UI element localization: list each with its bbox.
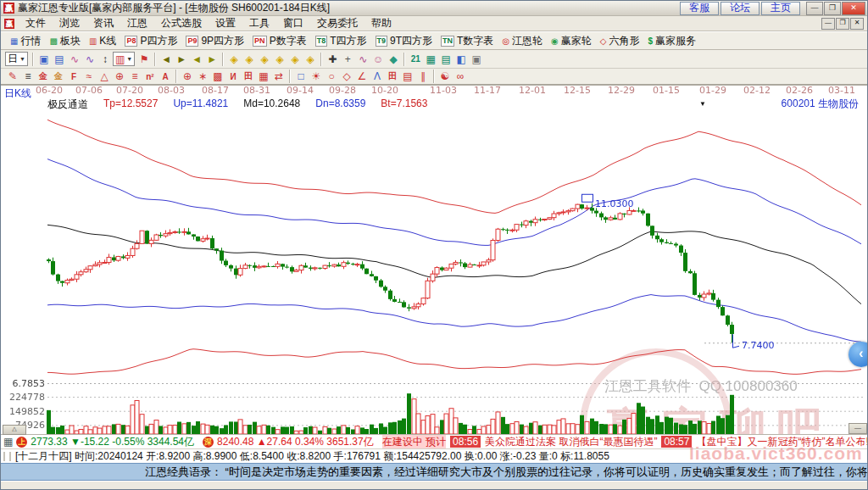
menu-item-工具[interactable]: 工具 bbox=[242, 16, 276, 31]
circle-tool-icon[interactable]: ○ bbox=[324, 70, 339, 83]
menu-item-设置[interactable]: 设置 bbox=[209, 16, 242, 31]
trade-cart-icon[interactable]: ▣ bbox=[469, 53, 484, 66]
home-button[interactable]: 主页 bbox=[761, 2, 800, 15]
menu-item-文件[interactable]: 文件 bbox=[19, 16, 53, 31]
minimize-button[interactable]: — bbox=[806, 2, 823, 15]
close-button[interactable]: ✕ bbox=[842, 2, 865, 15]
swap-axis-icon[interactable]: ⇄ bbox=[271, 70, 287, 83]
mdi-close-button[interactable]: ✕ bbox=[850, 18, 864, 30]
first-page-icon[interactable]: ◄ bbox=[159, 53, 174, 66]
menu-item-帮助[interactable]: 帮助 bbox=[364, 16, 398, 31]
toolbar-separator bbox=[175, 70, 177, 83]
infinity-icon[interactable]: ∞ bbox=[453, 70, 468, 83]
fit-height-icon[interactable]: ◈ bbox=[303, 53, 318, 66]
calendar-icon[interactable]: 21 bbox=[408, 53, 423, 66]
mark-icon[interactable]: ☺ bbox=[370, 53, 386, 66]
gann-line-icon[interactable]: ≡ bbox=[20, 70, 36, 83]
yinyang-icon[interactable]: ☯ bbox=[437, 70, 453, 83]
fib-icon[interactable]: F bbox=[66, 70, 81, 83]
maximize-button[interactable]: ❐ bbox=[824, 2, 841, 15]
support-button[interactable]: 客服 bbox=[680, 2, 719, 15]
rect-tool-icon[interactable]: □ bbox=[293, 70, 309, 83]
memo-icon[interactable]: ▤ bbox=[438, 53, 453, 66]
toolbar-button-9T四方形[interactable]: T99T四方形 bbox=[371, 32, 437, 49]
toolbar-button-T数字表[interactable]: TNT数字表 bbox=[437, 32, 498, 49]
menu-item-江恩[interactable]: 江恩 bbox=[120, 16, 154, 31]
zigzag-icon[interactable]: Λ bbox=[370, 70, 385, 83]
toolbar-button-9P四方形[interactable]: P99P四方形 bbox=[181, 32, 248, 49]
kline-chart-canvas[interactable] bbox=[1, 86, 868, 435]
collapse-panel-button[interactable]: ‹ bbox=[849, 342, 868, 367]
text-tool-icon[interactable]: A bbox=[158, 70, 173, 83]
forum-button[interactable]: 论坛 bbox=[721, 2, 760, 15]
wave-icon[interactable]: ≈ bbox=[81, 70, 97, 83]
golden-ratio-icon[interactable]: 金 bbox=[36, 70, 51, 83]
curve-icon[interactable]: ∿ bbox=[67, 53, 82, 66]
menu-item-窗口[interactable]: 窗口 bbox=[276, 16, 310, 31]
star-rays-icon[interactable]: ∗ bbox=[195, 70, 210, 83]
target-icon[interactable]: ⊕ bbox=[180, 70, 195, 83]
prev-bar-icon[interactable]: ◄ bbox=[189, 53, 204, 66]
pencil-icon[interactable]: ✎ bbox=[5, 70, 20, 83]
zoom-in-icon[interactable]: ◈ bbox=[226, 53, 242, 66]
news-ticker[interactable]: 在建设中 预计08:56美众院通过法案 取消俄白“最惠国待遇”08:57【盘中宝… bbox=[382, 435, 867, 449]
period-select[interactable]: 日▼ bbox=[5, 52, 28, 66]
toolbar-button-P四方形[interactable]: P8P四方形 bbox=[120, 32, 181, 49]
mdi-minimize-button[interactable]: — bbox=[821, 18, 835, 30]
pane-splitter-button[interactable]: △ bbox=[3, 425, 26, 435]
volume-pane-button[interactable]: — bbox=[849, 423, 867, 434]
hatch-icon[interactable]: ▤ bbox=[400, 70, 415, 83]
mdi-restore-button[interactable]: ❐ bbox=[836, 18, 849, 30]
toolbar-button-T四方形[interactable]: T8T四方形 bbox=[311, 32, 371, 49]
keyboard-wizard-icon[interactable]: ▦ bbox=[3, 436, 13, 448]
statusbar-grip[interactable] bbox=[3, 452, 11, 461]
parallel-lines-icon[interactable]: ∥ bbox=[415, 70, 431, 83]
angle-line-icon[interactable]: ∠ bbox=[354, 70, 370, 83]
crosshair-icon[interactable]: + bbox=[340, 53, 355, 66]
window-icon[interactable]: ▣ bbox=[36, 53, 52, 66]
toolbar-button-江恩轮[interactable]: ◎江恩轮 bbox=[498, 32, 547, 49]
save-icon[interactable]: ◧ bbox=[453, 53, 469, 66]
gann-box-icon[interactable]: 田 bbox=[241, 70, 256, 83]
toolbar-button-K线[interactable]: ▥K线 bbox=[85, 32, 120, 49]
flag-icon[interactable]: ⚑ bbox=[136, 53, 152, 66]
grid-lines-icon[interactable]: ≡ bbox=[127, 70, 142, 83]
angle-tool-icon[interactable]: △ bbox=[97, 70, 112, 83]
menu-item-浏览[interactable]: 浏览 bbox=[53, 16, 86, 31]
badge-icon[interactable]: ◆ bbox=[386, 53, 401, 66]
fit-width-icon[interactable]: ◈ bbox=[287, 53, 303, 66]
cycle-icon[interactable]: ⊕ bbox=[112, 70, 127, 83]
shade-box-icon[interactable]: ▩ bbox=[210, 70, 225, 83]
menu-item-交易委托[interactable]: 交易委托 bbox=[310, 16, 364, 31]
index-icon: 上 bbox=[16, 437, 27, 448]
toolbar-button-六角形[interactable]: ◇六角形 bbox=[596, 32, 644, 49]
scale-icon[interactable]: ↕ bbox=[97, 53, 113, 66]
last-page-icon[interactable]: ► bbox=[174, 53, 189, 66]
toolbar-button-板块[interactable]: ▩板块 bbox=[45, 32, 84, 49]
calculator-icon[interactable]: ▦ bbox=[423, 53, 438, 66]
chart-dropdown-icon[interactable]: ▼ bbox=[699, 100, 706, 108]
box-grid-icon[interactable]: 田 bbox=[385, 70, 400, 83]
curve2-icon[interactable]: ∿ bbox=[82, 53, 97, 66]
zoom-out-icon[interactable]: ◈ bbox=[242, 53, 257, 66]
expand-v-icon[interactable]: ◈ bbox=[272, 53, 287, 66]
hand-tool-icon[interactable]: ✚ bbox=[325, 53, 340, 66]
gann-grid-icon[interactable]: ▦ bbox=[256, 70, 271, 83]
square-number-icon[interactable]: n² bbox=[142, 70, 158, 83]
toolbar-button-行情[interactable]: ▦行情 bbox=[6, 32, 45, 49]
golden-section-icon[interactable]: 金 bbox=[51, 70, 66, 83]
expand-h-icon[interactable]: ◈ bbox=[257, 53, 272, 66]
kline-style-select[interactable]: ▥▼ bbox=[113, 52, 135, 66]
fractal-icon[interactable]: И bbox=[225, 70, 241, 83]
pane-label: 日K线 bbox=[4, 86, 31, 101]
menu-item-公式选股[interactable]: 公式选股 bbox=[154, 16, 209, 31]
diamond-tool-icon[interactable]: ◇ bbox=[339, 70, 354, 83]
next-bar-icon[interactable]: ► bbox=[204, 53, 220, 66]
report-icon[interactable]: ▤ bbox=[52, 53, 67, 66]
toolbar-button-P数字表[interactable]: PNP数字表 bbox=[248, 32, 311, 49]
speed-rays-icon[interactable]: ☀ bbox=[309, 70, 324, 83]
freeline-icon[interactable]: ∿ bbox=[355, 53, 370, 66]
toolbar-button-赢家轮[interactable]: ◉赢家轮 bbox=[547, 32, 596, 49]
menu-item-资讯[interactable]: 资讯 bbox=[86, 16, 120, 31]
toolbar-button-赢家服务[interactable]: $赢家服务 bbox=[644, 32, 701, 49]
